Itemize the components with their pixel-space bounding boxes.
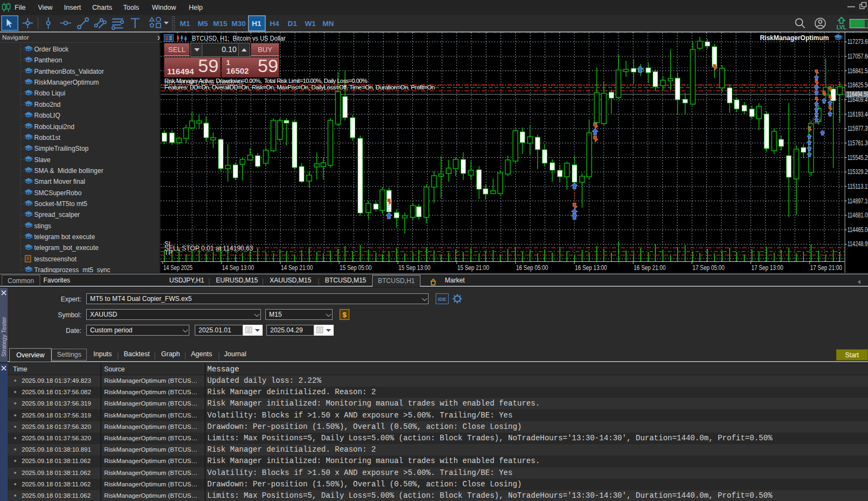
svg-text:117057.60: 117057.60 [847,52,868,60]
svg-text:15 Sep 13:00: 15 Sep 13:00 [399,264,431,272]
svg-text:15 Sep 05:00: 15 Sep 05:00 [340,264,372,272]
svg-text:RoboLiqui2nd: RoboLiqui2nd [34,123,74,131]
svg-text:115761.30: 115761.30 [847,139,868,147]
svg-text:116841.55: 116841.55 [847,67,868,75]
svg-text:Slave: Slave [34,156,50,164]
svg-text:Robot1st: Robot1st [34,134,61,142]
svg-text:TP: TP [164,249,173,256]
svg-text:Robo2nd: Robo2nd [34,101,61,108]
svg-text:17 Sep 05:00: 17 Sep 05:00 [693,264,725,272]
svg-text:14 Sep 13:00: 14 Sep 13:00 [222,264,254,272]
svg-text:16 Sep 05:00: 16 Sep 05:00 [516,264,548,272]
svg-text:17 Sep 13:00: 17 Sep 13:00 [751,264,783,272]
svg-text:SMA & Middle bollinger: SMA & Middle bollinger [34,167,103,175]
svg-text:Order Block: Order Block [34,46,69,53]
svg-text:115545.25: 115545.25 [847,153,868,162]
svg-text:W1: W1 [305,20,316,28]
svg-text:115977.35: 115977.35 [847,124,868,132]
svg-text:116494.59: 116494.59 [847,90,868,98]
svg-text:SimpleTrailingStop: SimpleTrailingStop [34,145,89,152]
svg-text:117273.65: 117273.65 [847,37,868,46]
svg-text:15 Sep 21:00: 15 Sep 21:00 [457,264,489,272]
svg-text:Smart Mover final: Smart Mover final [34,178,85,185]
svg-text:115113.15: 115113.15 [847,182,868,190]
svg-text:14 Sep 21:00: 14 Sep 21:00 [281,264,313,272]
svg-text:114681.05: 114681.05 [847,211,868,219]
svg-text:Robo Liqui: Robo Liqui [34,89,65,97]
svg-text:telegram_bot_execute: telegram_bot_execute [34,244,99,252]
svg-text:M5: M5 [198,20,208,28]
svg-text:114897.10: 114897.10 [847,197,868,205]
svg-text:114248.95: 114248.95 [847,240,868,248]
svg-text:stings: stings [34,222,51,230]
svg-text:Pantheon: Pantheon [34,56,62,64]
svg-text:H1: H1 [252,20,261,28]
svg-text:16 Sep 13:00: 16 Sep 13:00 [575,264,607,272]
svg-text:RiskManagerOptimum: RiskManagerOptimum [34,79,99,86]
svg-text:116193.40: 116193.40 [847,110,868,118]
svg-text:16 Sep 21:00: 16 Sep 21:00 [634,264,666,272]
svg-text:M30: M30 [232,20,246,28]
svg-text:14 Sep 2025: 14 Sep 2025 [163,264,193,272]
svg-text:H4: H4 [270,20,279,28]
svg-text:telegram bot execute: telegram bot execute [34,233,95,241]
svg-text:testscreenshot: testscreenshot [34,255,77,263]
svg-text:Features: DD=On, OverallDD=On,: Features: DD=On, OverallDD=On, Risk=On, … [164,84,435,91]
svg-text:Socket-MT5to mt5: Socket-MT5to mt5 [34,200,87,208]
svg-text:Strategy Tester: Strategy Tester [1,317,7,357]
svg-text:115329.20: 115329.20 [847,168,868,176]
svg-text:PantheonBots_Validator: PantheonBots_Validator [34,68,104,75]
svg-text:SMCSuperRobo: SMCSuperRobo [34,189,82,197]
svg-text:M15: M15 [213,20,228,28]
svg-text:Tradingprozess_mt5_sync: Tradingprozess_mt5_sync [34,266,110,273]
svg-text:RoboLIQ: RoboLIQ [34,112,60,119]
svg-text:LVL: LVL [837,24,846,30]
svg-text:MN: MN [323,20,334,28]
svg-text:Spread_scalper: Spread_scalper [34,211,80,219]
svg-text:17 Sep 21:00: 17 Sep 21:00 [810,264,842,272]
svg-text:SELL STOP 0.01 at 114190.63: SELL STOP 0.01 at 114190.63 [164,245,253,252]
svg-text:114465.00: 114465.00 [847,226,868,234]
svg-text:M1: M1 [180,20,190,28]
svg-text:116625.50: 116625.50 [847,81,868,89]
svg-text:D1: D1 [288,20,297,28]
svg-text:RiskManagerOptimum: RiskManagerOptimum [760,34,829,42]
